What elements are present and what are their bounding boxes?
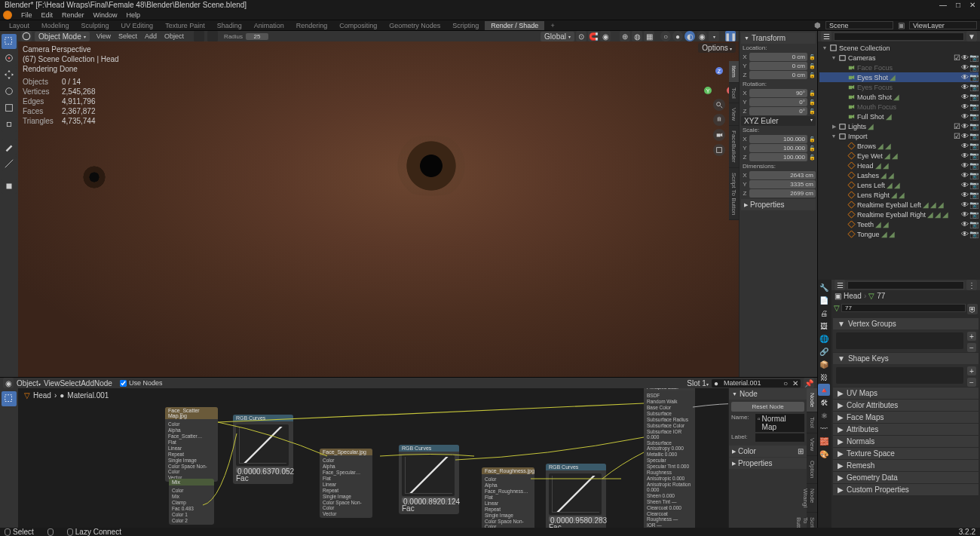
use-nodes-checkbox[interactable]: Use Nodes bbox=[120, 379, 163, 387]
list-box[interactable] bbox=[836, 367, 963, 384]
outliner-item[interactable]: Eyes Shot◢👁📷 bbox=[819, 72, 978, 82]
panel-header-geometry-data[interactable]: ▶Geometry Data bbox=[833, 472, 978, 483]
rotate-tool[interactable] bbox=[2, 84, 17, 99]
menu-edit[interactable]: Edit bbox=[37, 11, 58, 20]
n-panel-tab[interactable]: Item bbox=[729, 61, 739, 83]
outliner-item[interactable]: Tongue◢◢👁📷 bbox=[819, 229, 978, 239]
shading-rendered[interactable]: ◉ bbox=[697, 31, 707, 41]
shading-solid[interactable]: ● bbox=[672, 31, 683, 41]
properties-tab[interactable]: 🔗 bbox=[818, 345, 830, 357]
rotation-x[interactable]: 90° bbox=[749, 89, 807, 97]
scene-name-input[interactable] bbox=[825, 21, 893, 29]
editor-type-dropdown[interactable] bbox=[21, 31, 32, 41]
workspace-tab[interactable]: Shading bbox=[211, 21, 248, 30]
dim-x[interactable]: 2643 cm bbox=[749, 171, 816, 179]
ne-panel-tab[interactable]: Node bbox=[807, 388, 817, 412]
scale-x[interactable]: 100.000 bbox=[749, 135, 807, 143]
maximize-button[interactable]: □ bbox=[956, 1, 960, 9]
viewlayer-name-input[interactable] bbox=[909, 21, 977, 29]
workspace-tab[interactable]: + bbox=[544, 21, 560, 30]
menu-window[interactable]: Window bbox=[89, 11, 122, 20]
menu-render[interactable]: Render bbox=[57, 11, 89, 20]
annotate-tool[interactable] bbox=[2, 139, 17, 155]
editor-type-dropdown[interactable]: ◉ bbox=[3, 378, 14, 388]
datablock-name-input[interactable] bbox=[841, 304, 966, 312]
outliner-item[interactable]: Lashes◢◢👁📷 bbox=[819, 170, 978, 180]
image-texture-node-roughness[interactable]: Face_Roughness.jpg ColorAlphaFace_Roughn… bbox=[482, 467, 534, 528]
outliner-item[interactable]: Head◢◢👁📷 bbox=[819, 161, 978, 170]
orientation-toggle[interactable] bbox=[207, 31, 218, 41]
outliner-item[interactable]: Brows◢◢👁📷 bbox=[819, 141, 978, 151]
properties-panel-header[interactable]: ▶Properties bbox=[741, 199, 816, 210]
material-unlink-button[interactable]: ✕ bbox=[790, 379, 801, 387]
shading-options[interactable]: ▾ bbox=[709, 31, 719, 41]
node-color-panel[interactable]: ▶Color⊞ bbox=[729, 446, 807, 457]
outliner-item[interactable]: Eyes Focus👁📷 bbox=[819, 82, 978, 92]
select-box-tool[interactable] bbox=[2, 34, 17, 49]
snap-toggle[interactable]: 🧲 bbox=[588, 31, 599, 41]
properties-tab[interactable]: 〰 bbox=[818, 422, 830, 434]
pin-icon[interactable]: 📌 bbox=[804, 378, 814, 388]
properties-tab[interactable]: 🌐 bbox=[818, 332, 830, 345]
mode-dropdown[interactable]: Object Mode▾ bbox=[35, 32, 90, 41]
proportional-toggle[interactable]: ◉ bbox=[600, 31, 611, 41]
properties-tab[interactable]: 🔧 bbox=[818, 281, 830, 293]
properties-search[interactable] bbox=[847, 281, 964, 289]
breadcrumb-object[interactable]: Head bbox=[33, 391, 51, 400]
tool-settings-toggle[interactable] bbox=[194, 31, 204, 41]
n-panel-tab[interactable]: FaceBuilder bbox=[729, 126, 739, 168]
n-panel-tab[interactable]: Script To Button bbox=[729, 168, 739, 220]
viewport-3d[interactable]: Object Mode▾ ViewSelectAddObject Radius … bbox=[18, 31, 739, 377]
outliner-item[interactable]: Face Focus👁📷 bbox=[819, 63, 978, 72]
xray-toggle[interactable]: ▦ bbox=[644, 31, 654, 41]
outliner-item[interactable]: ▶Lights◢☑👁📷 bbox=[819, 121, 978, 131]
n-panel-tab[interactable]: Tool bbox=[729, 83, 739, 104]
panel-header-vertex-groups[interactable]: ▼Vertex Groups bbox=[833, 318, 978, 329]
outliner-root[interactable]: ▼Scene Collection bbox=[819, 43, 978, 53]
select-tool[interactable] bbox=[2, 391, 17, 406]
workspace-tab[interactable]: Compositing bbox=[333, 21, 383, 30]
panel-header-color-attributes[interactable]: ▶Color Attributes bbox=[833, 400, 978, 411]
ne-panel-tab[interactable]: Tool bbox=[807, 412, 817, 433]
lock-icon[interactable]: 🔓 bbox=[808, 54, 816, 60]
outliner-search[interactable] bbox=[834, 32, 964, 41]
properties-tab[interactable]: 🧱 bbox=[818, 435, 830, 447]
workspace-tab[interactable]: Sculpting bbox=[75, 21, 115, 30]
node-canvas[interactable]: Face_Scatter Map.jpg ColorAlphaFace_Scat… bbox=[18, 388, 728, 528]
overlay-toggle[interactable]: ◍ bbox=[632, 31, 642, 41]
remove-button[interactable]: − bbox=[967, 378, 976, 387]
material-slot-dropdown[interactable]: Slot 1▾ bbox=[687, 379, 709, 387]
node-label-input[interactable] bbox=[755, 433, 804, 442]
rgb-curves-node-2[interactable]: RGB Curves 0.0000.8920.124Fac bbox=[399, 445, 459, 514]
node-panel-header[interactable]: ▼Node bbox=[729, 388, 807, 400]
properties-tab[interactable]: 🎨 bbox=[818, 448, 830, 460]
shading-matprev[interactable]: ◐ bbox=[684, 31, 695, 41]
outliner-item[interactable]: ▼Import☑👁📷 bbox=[819, 131, 978, 141]
remove-button[interactable]: − bbox=[967, 343, 976, 352]
scale-tool[interactable] bbox=[2, 100, 17, 115]
shading-wireframe[interactable]: ○ bbox=[660, 31, 671, 41]
workspace-tab[interactable]: Animation bbox=[248, 21, 290, 30]
workspace-tab[interactable]: Render / Shade bbox=[485, 21, 544, 30]
close-button[interactable]: ✕ bbox=[969, 1, 975, 9]
properties-tab[interactable]: 📄 bbox=[818, 294, 830, 306]
properties-tab[interactable]: 🖼 bbox=[818, 320, 830, 332]
outliner-item[interactable]: Mouth Shot◢👁📷 bbox=[819, 92, 978, 102]
location-y[interactable]: 0 cm bbox=[749, 62, 807, 70]
datablock-shield-icon[interactable]: ⛨ bbox=[967, 304, 978, 314]
principled-bsdf-node[interactable]: Principled BSDF BSDFRandom WalkBase Colo… bbox=[644, 388, 695, 528]
panel-header-custom-properties[interactable]: ▶Custom Properties bbox=[833, 484, 978, 495]
outliner-item[interactable]: Teeth◢◢👁📷 bbox=[819, 219, 978, 229]
properties-tab[interactable]: 🛠 bbox=[818, 397, 830, 409]
properties-tab[interactable]: 🖨 bbox=[818, 307, 830, 319]
props-options[interactable]: ⋮ bbox=[966, 280, 977, 290]
dim-z[interactable]: 2699 cm bbox=[749, 189, 816, 198]
outliner-item[interactable]: Lens Right◢◢👁📷 bbox=[819, 190, 978, 200]
render-pause[interactable]: ❚❚ bbox=[725, 31, 736, 41]
properties-tab[interactable]: ⛓ bbox=[818, 371, 830, 383]
list-box[interactable] bbox=[836, 332, 963, 349]
panel-header-shape-keys[interactable]: ▼Shape Keys bbox=[833, 353, 978, 364]
viewport-menu-view[interactable]: View bbox=[93, 32, 115, 41]
cursor-tool[interactable] bbox=[2, 51, 17, 66]
properties-tab[interactable]: 📦 bbox=[818, 358, 830, 370]
